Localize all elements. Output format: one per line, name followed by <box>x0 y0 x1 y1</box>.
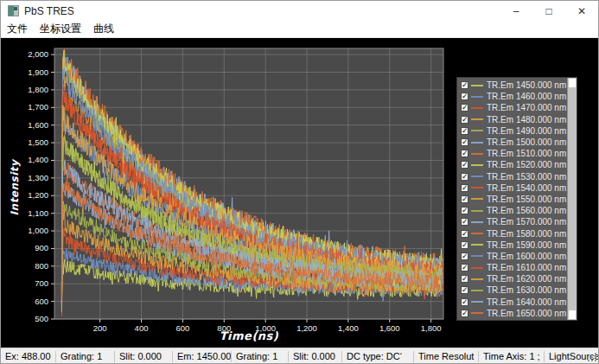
legend-checkbox-icon[interactable]: ✓ <box>461 173 468 181</box>
legend-line-swatch <box>471 290 483 291</box>
menu-item-file[interactable]: 文件 <box>1 21 34 37</box>
legend-checkbox-icon[interactable]: ✓ <box>461 241 468 249</box>
svg-text:1,000: 1,000 <box>28 226 48 235</box>
legend-checkbox-icon[interactable]: ✓ <box>461 195 468 203</box>
legend-checkbox-icon[interactable]: ✓ <box>461 138 468 146</box>
legend-item-3[interactable]: ✓ TR.Em 1480.000 nm <box>457 114 567 125</box>
legend-item-label: TR.Em 1530.000 nm <box>487 172 566 182</box>
legend-checkbox-icon[interactable]: ✓ <box>461 207 468 214</box>
legend-checkbox-icon[interactable]: ✓ <box>461 230 468 238</box>
svg-text:1,100: 1,100 <box>28 208 48 218</box>
legend-list: ✓ TR.Em 1450.000 nm ✓ TR.Em 1460.000 nm … <box>457 78 567 320</box>
legend-item-7[interactable]: ✓ TR.Em 1520.000 nm <box>457 159 567 170</box>
legend-item-2[interactable]: ✓ TR.Em 1470.000 nm <box>457 102 567 113</box>
legend-item-17[interactable]: ✓ TR.Em 1620.000 nm <box>457 273 567 284</box>
legend-item-label: TR.Em 1460.000 nm <box>487 92 566 101</box>
legend-item-label: TR.Em 1520.000 nm <box>487 160 566 169</box>
legend-item-12[interactable]: ✓ TR.Em 1570.000 nm <box>457 216 567 227</box>
legend-item-label: TR.Em 1480.000 nm <box>487 115 566 125</box>
status-segment-7: Time Resolut <box>414 351 479 362</box>
minimize-button[interactable]: – <box>500 1 532 21</box>
legend-checkbox-icon[interactable]: ✓ <box>461 218 468 226</box>
status-segment-1: Grating: 1 <box>56 351 115 362</box>
svg-text:1,300: 1,300 <box>28 173 48 182</box>
legend-item-9[interactable]: ✓ TR.Em 1540.000 nm <box>457 182 567 194</box>
legend-item-19[interactable]: ✓ TR.Em 1640.000 nm <box>457 297 567 308</box>
legend-checkbox-icon[interactable]: ✓ <box>461 184 468 192</box>
menu-item-curve[interactable]: 曲线 <box>87 21 120 37</box>
svg-text:1,200: 1,200 <box>28 190 48 200</box>
legend-checkbox-icon[interactable]: ✓ <box>461 275 468 283</box>
legend-line-swatch <box>471 278 483 280</box>
chart-area: 5006007008009001,0001,1001,2001,3001,400… <box>1 38 598 348</box>
scrollbar-down-button[interactable] <box>569 310 576 319</box>
legend-item-18[interactable]: ✓ TR.Em 1630.000 nm <box>457 284 567 296</box>
status-segment-6: DC type: DC‘ <box>342 351 414 362</box>
legend-item-16[interactable]: ✓ TR.Em 1610.000 nm <box>457 262 567 273</box>
legend-checkbox-icon[interactable]: ✓ <box>461 310 468 317</box>
legend-line-swatch <box>471 130 483 131</box>
legend-item-11[interactable]: ✓ TR.Em 1560.000 nm <box>457 205 567 216</box>
legend-item-label: TR.Em 1620.000 nm <box>487 274 566 284</box>
legend-checkbox-icon[interactable]: ✓ <box>461 298 468 306</box>
menu-bar: 文件 坐标设置 曲线 <box>1 21 598 38</box>
legend-item-label: TR.Em 1610.000 nm <box>487 263 566 272</box>
legend-item-label: TR.Em 1450.000 nm <box>487 80 566 90</box>
title-bar: PbS TRES – □ ✕ <box>1 1 598 21</box>
legend-line-swatch <box>471 255 483 257</box>
legend-item-0[interactable]: ✓ TR.Em 1450.000 nm <box>457 80 567 91</box>
legend-line-swatch <box>471 198 483 200</box>
legend-checkbox-icon[interactable]: ✓ <box>461 116 468 124</box>
status-bar: Ex: 488.00 Grating: 1 Slit: 0.000 Em: 14… <box>1 348 598 363</box>
legend-line-swatch <box>471 107 483 109</box>
legend-checkbox-icon[interactable]: ✓ <box>461 93 468 100</box>
legend-scrollbar[interactable] <box>567 78 577 320</box>
svg-text:1,700: 1,700 <box>28 102 48 112</box>
legend-checkbox-icon[interactable]: ✓ <box>461 104 468 112</box>
window-controls: – □ ✕ <box>500 1 598 21</box>
legend-item-8[interactable]: ✓ TR.Em 1530.000 nm <box>457 171 567 182</box>
legend-item-6[interactable]: ✓ TR.Em 1510.000 nm <box>457 148 567 159</box>
svg-text:800: 800 <box>35 261 48 271</box>
app-window: PbS TRES – □ ✕ 文件 坐标设置 曲线 50060070080090… <box>0 0 599 364</box>
legend-item-20[interactable]: ✓ TR.Em 1650.000 nm <box>457 308 567 319</box>
status-segment-2: Slit: 0.000 <box>115 351 173 362</box>
resize-grip-icon[interactable] <box>587 352 597 362</box>
legend-item-label: TR.Em 1570.000 nm <box>487 217 566 227</box>
legend-checkbox-icon[interactable]: ✓ <box>461 81 468 89</box>
scrollbar-up-button[interactable] <box>569 79 576 87</box>
legend-panel: ✓ TR.Em 1450.000 nm ✓ TR.Em 1460.000 nm … <box>456 77 577 321</box>
legend-item-14[interactable]: ✓ TR.Em 1590.000 nm <box>457 239 567 251</box>
legend-line-swatch <box>471 142 483 144</box>
menu-item-axis-settings[interactable]: 坐标设置 <box>34 21 87 37</box>
close-button[interactable]: ✕ <box>565 1 598 21</box>
legend-item-label: TR.Em 1640.000 nm <box>487 297 566 307</box>
legend-item-1[interactable]: ✓ TR.Em 1460.000 nm <box>457 91 567 102</box>
status-segment-3: Em: 1450.00 <box>173 351 232 362</box>
svg-text:1,500: 1,500 <box>28 137 48 147</box>
legend-line-swatch <box>471 301 483 303</box>
legend-item-13[interactable]: ✓ TR.Em 1580.000 nm <box>457 227 567 239</box>
legend-line-swatch <box>471 210 483 212</box>
legend-checkbox-icon[interactable]: ✓ <box>461 252 468 260</box>
legend-item-15[interactable]: ✓ TR.Em 1600.000 nm <box>457 251 567 262</box>
legend-item-label: TR.Em 1630.000 nm <box>487 285 566 295</box>
status-segment-0: Ex: 488.00 <box>1 351 56 362</box>
maximize-button[interactable]: □ <box>532 1 565 21</box>
legend-checkbox-icon[interactable]: ✓ <box>461 286 468 294</box>
app-icon <box>8 5 19 16</box>
legend-item-label: TR.Em 1470.000 nm <box>487 103 566 112</box>
legend-line-swatch <box>471 153 483 155</box>
legend-checkbox-icon[interactable]: ✓ <box>461 161 468 169</box>
legend-checkbox-icon[interactable]: ✓ <box>461 127 468 135</box>
legend-line-swatch <box>471 244 483 246</box>
svg-text:1,400: 1,400 <box>28 155 48 164</box>
legend-line-swatch <box>471 187 483 188</box>
legend-checkbox-icon[interactable]: ✓ <box>461 264 468 271</box>
status-segment-8: Time Axis: 1 ; <box>479 351 545 362</box>
legend-item-label: TR.Em 1600.000 nm <box>487 252 566 261</box>
legend-checkbox-icon[interactable]: ✓ <box>461 150 468 157</box>
legend-item-10[interactable]: ✓ TR.Em 1550.000 nm <box>457 194 567 205</box>
legend-item-5[interactable]: ✓ TR.Em 1500.000 nm <box>457 137 567 148</box>
legend-item-4[interactable]: ✓ TR.Em 1490.000 nm <box>457 125 567 137</box>
